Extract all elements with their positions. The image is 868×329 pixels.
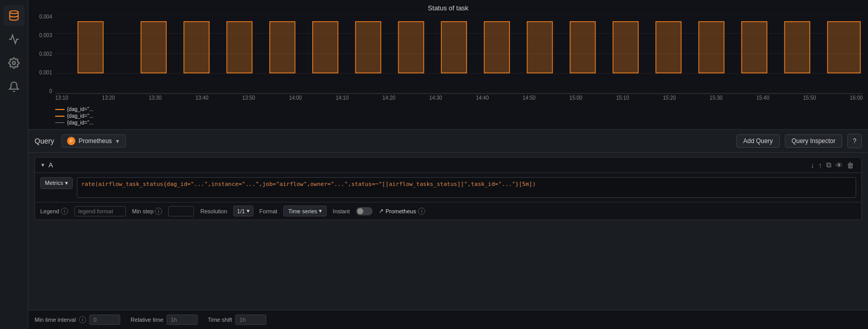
min-step-input[interactable] — [168, 206, 194, 216]
relative-time-label: Relative time — [131, 317, 164, 323]
move-up-button[interactable]: ↑ — [816, 161, 824, 169]
query-header: Query P Prometheus ▼ Add Query Query Ins… — [28, 130, 868, 153]
instant-toggle[interactable] — [356, 207, 373, 215]
chart-y-axis: 0.004 0.003 0.002 0.001 0 — [34, 14, 54, 94]
min-time-interval-option: Min time interval i — [35, 315, 120, 325]
query-row-a: ▼ A ↓ ↑ ⧉ 👁 🗑 Metrics ▾ rate(airflow_tas… — [35, 157, 862, 220]
x-label-9: 14:30 — [429, 95, 442, 104]
svg-point-1 — [12, 61, 15, 65]
svg-rect-13 — [356, 22, 381, 73]
x-label-4: 13:40 — [196, 95, 208, 104]
bottom-options: Min time interval i Relative time Time s… — [28, 310, 868, 329]
chart-title: Status of task — [28, 4, 868, 12]
format-chevron-icon: ▾ — [319, 208, 322, 214]
query-row-header: ▼ A ↓ ↑ ⧉ 👁 🗑 — [35, 158, 861, 173]
svg-rect-20 — [656, 22, 681, 73]
time-shift-input[interactable] — [235, 315, 266, 325]
svg-rect-9 — [184, 22, 209, 73]
min-step-option-label: Min step i — [132, 208, 163, 215]
resolution-value: 1/1 — [237, 208, 245, 214]
sidebar-icon-chart[interactable] — [4, 29, 24, 50]
svg-rect-21 — [699, 22, 724, 73]
svg-rect-22 — [742, 22, 767, 73]
query-label: Query — [35, 137, 54, 145]
svg-rect-23 — [784, 22, 810, 73]
x-label-13: 15:10 — [616, 95, 629, 104]
legend-label-1: {dag_id="... — [67, 106, 93, 112]
y-label-1: 0.001 — [39, 70, 52, 75]
svg-rect-10 — [227, 22, 252, 73]
legend-label-3: {dag_id="... — [67, 120, 93, 126]
svg-rect-8 — [141, 22, 166, 73]
format-select[interactable]: Time series ▾ — [283, 206, 326, 216]
x-label-6: 14:00 — [289, 95, 302, 104]
chart-x-axis: 13:10 13:20 13:30 13:40 13:50 14:00 14:1… — [55, 95, 863, 104]
x-label-14: 15:20 — [663, 95, 676, 104]
legend-info-icon[interactable]: i — [61, 208, 68, 215]
chart-area: Status of task 0.004 0.003 0.002 0.001 0 — [28, 0, 868, 129]
sidebar — [0, 0, 28, 329]
datasource-name: Prometheus — [78, 137, 112, 145]
prometheus-info-icon[interactable]: i — [418, 208, 425, 215]
metrics-button[interactable]: Metrics ▾ — [40, 177, 73, 189]
query-expression[interactable]: rate(airflow_task_status{dag_id="...",in… — [77, 177, 857, 198]
query-alias: A — [49, 161, 53, 169]
relative-time-input[interactable] — [167, 315, 198, 325]
time-shift-label: Time shift — [208, 317, 232, 323]
query-inspector-button[interactable]: Query Inspector — [785, 134, 842, 148]
query-body: ▼ A ↓ ↑ ⧉ 👁 🗑 Metrics ▾ rate(airflow_tas… — [28, 153, 868, 310]
time-shift-option: Time shift — [208, 315, 266, 325]
svg-rect-15 — [441, 22, 467, 73]
legend-format-input[interactable] — [74, 206, 126, 216]
min-time-interval-input[interactable] — [89, 315, 120, 325]
min-time-interval-info-icon[interactable]: i — [79, 316, 86, 323]
legend-line-2 — [55, 116, 65, 117]
sidebar-icon-database[interactable] — [4, 5, 24, 26]
y-label-0: 0 — [49, 88, 52, 94]
svg-rect-24 — [828, 22, 861, 73]
metrics-label: Metrics ▾ — [45, 180, 68, 186]
min-step-info-icon[interactable]: i — [155, 208, 162, 215]
help-button[interactable]: ? — [847, 134, 862, 148]
svg-rect-7 — [78, 22, 103, 73]
resolution-select[interactable]: 1/1 ▾ — [233, 206, 253, 216]
add-query-button[interactable]: Add Query — [736, 134, 779, 148]
x-label-17: 15:50 — [803, 95, 816, 104]
y-label-4: 0.004 — [39, 14, 52, 20]
chart-container: 0.004 0.003 0.002 0.001 0 — [34, 14, 863, 104]
legend-label-2: {dag_id="... — [67, 113, 93, 119]
legend-option-label: Legend i — [40, 208, 68, 215]
sidebar-icon-settings[interactable] — [4, 53, 24, 73]
svg-rect-17 — [527, 22, 553, 73]
x-label-11: 14:50 — [523, 95, 536, 104]
prometheus-link[interactable]: ↗ Prometheus i — [379, 208, 425, 215]
duplicate-button[interactable]: ⧉ — [824, 161, 833, 169]
legend-item-3: {dag_id="... — [55, 120, 863, 126]
sidebar-icon-bell[interactable] — [4, 76, 24, 97]
legend-line-3 — [55, 122, 65, 123]
x-label-1: 13:10 — [55, 95, 68, 104]
relative-time-option: Relative time — [131, 315, 198, 325]
chart-svg — [55, 14, 863, 93]
resolution-chevron-icon: ▾ — [247, 208, 250, 214]
move-down-button[interactable]: ↓ — [809, 161, 816, 169]
x-label-7: 14:10 — [335, 95, 348, 104]
y-label-3: 0.003 — [39, 33, 52, 38]
svg-point-0 — [10, 11, 19, 14]
main-content: Status of task 0.004 0.003 0.002 0.001 0 — [28, 0, 868, 329]
legend-item-2: {dag_id="... — [55, 113, 863, 119]
toggle-visibility-button[interactable]: 👁 — [833, 161, 845, 169]
datasource-selector[interactable]: P Prometheus ▼ — [61, 134, 126, 148]
x-label-2: 13:20 — [102, 95, 115, 104]
delete-button[interactable]: 🗑 — [845, 161, 856, 169]
x-label-5: 13:50 — [242, 95, 255, 104]
x-label-18: 16:00 — [850, 95, 863, 104]
svg-rect-18 — [570, 22, 596, 73]
prometheus-link-label: Prometheus — [385, 208, 416, 214]
x-label-3: 13:30 — [149, 95, 162, 104]
metrics-line: Metrics ▾ rate(airflow_task_status{dag_i… — [35, 173, 861, 202]
svg-rect-14 — [398, 22, 424, 73]
instant-option-label: Instant — [333, 208, 350, 214]
collapse-button[interactable]: ▼ — [40, 162, 45, 168]
resolution-option-label: Resolution — [200, 208, 227, 214]
